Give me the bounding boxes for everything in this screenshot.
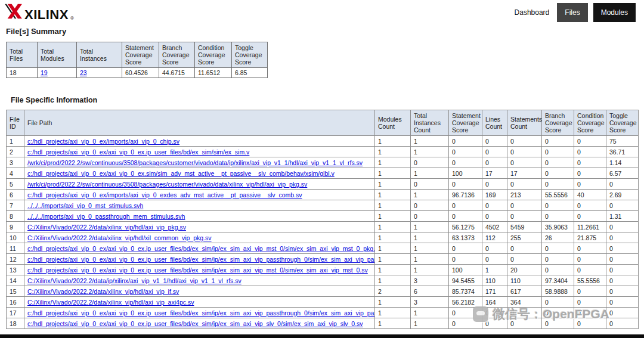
file-path-link[interactable]: C:/Xilinx/Vivado/2022.2/data/xilinx_vip/… bbox=[27, 299, 194, 306]
summary-table: Total Files Total Modules Total Instance… bbox=[6, 42, 268, 78]
file-path-link[interactable]: /wrk/ci/prod/2022.2/sw/continuous/3508/p… bbox=[27, 159, 363, 166]
nav-files[interactable]: Files bbox=[557, 3, 587, 22]
file-path-link[interactable]: c:/hdl_projects/axi_vip_0_ex/imports/axi… bbox=[27, 138, 179, 145]
metric-cell: 0 bbox=[574, 147, 606, 157]
total-instances-link[interactable]: 23 bbox=[80, 69, 87, 76]
metric-cell: 1 bbox=[375, 318, 411, 329]
metric-cell: 0 bbox=[482, 179, 507, 190]
metric-cell: 0 bbox=[574, 254, 606, 265]
metric-cell: 1 bbox=[375, 190, 411, 200]
file-path-link[interactable]: c:/hdl_projects/axi_vip_0_ex/axi_vip_0_e… bbox=[27, 256, 375, 263]
bottom-window-edge bbox=[0, 334, 644, 338]
file-path-link[interactable]: c:/hdl_projects/axi_vip_0_ex/imports/axi… bbox=[27, 191, 302, 199]
nav-dashboard[interactable]: Dashboard bbox=[512, 3, 552, 22]
metric-cell: 0 bbox=[542, 179, 574, 190]
table-row: 11c:/hdl_projects/axi_vip_0_ex/axi_vip_0… bbox=[7, 243, 639, 254]
file-path-link[interactable]: /wrk/ci/prod/2022.2/sw/continuous/3508/p… bbox=[27, 181, 307, 188]
col-modules-count: Modules Count bbox=[375, 110, 411, 136]
metric-cell: 0 bbox=[574, 265, 606, 275]
metric-cell: 0 bbox=[411, 211, 449, 222]
summary-header-row: Total Files Total Modules Total Instance… bbox=[7, 42, 268, 68]
metric-cell: 0 bbox=[574, 168, 606, 179]
col-statements-count: Statements Count bbox=[507, 110, 542, 136]
metric-cell: 75 bbox=[606, 136, 639, 147]
file-path-link[interactable]: c:/hdl_projects/axi_vip_0_ex/axi_vip_0_e… bbox=[27, 148, 249, 156]
file-id-cell: 9 bbox=[7, 222, 24, 232]
registered-mark: ® bbox=[70, 15, 74, 21]
metric-cell: 0 bbox=[574, 308, 606, 318]
col-file-id: File ID bbox=[7, 110, 24, 136]
metric-cell: 0 bbox=[507, 136, 542, 147]
metric-cell: 0 bbox=[542, 168, 574, 179]
metric-cell: 0 bbox=[606, 200, 639, 211]
file-path-link[interactable]: ../../../imports/axi_vip_0_passthrough_m… bbox=[27, 213, 185, 220]
file-path-link[interactable]: C:/Xilinx/Vivado/2022.2/data/xilinx_vip/… bbox=[27, 234, 212, 241]
metric-cell: 56.2182 bbox=[449, 297, 482, 308]
metric-cell: 40 bbox=[574, 190, 606, 200]
file-path-link[interactable]: C:/Xilinx/Vivado/2022.2/data/ip/xilinx/a… bbox=[27, 277, 242, 284]
metric-cell: 1 bbox=[375, 179, 411, 190]
file-id-cell: 15 bbox=[7, 286, 24, 297]
metric-cell: 0 bbox=[449, 243, 482, 254]
summary-header-total-modules: Total Modules bbox=[38, 42, 77, 68]
metric-cell: 85.7374 bbox=[449, 286, 482, 297]
metric-cell: 0 bbox=[574, 157, 606, 168]
metric-cell: 11.2661 bbox=[574, 222, 606, 232]
metric-cell: 0 bbox=[574, 200, 606, 211]
metric-cell: 0 bbox=[542, 308, 574, 318]
metric-cell: 0 bbox=[574, 286, 606, 297]
metric-cell: 1 bbox=[375, 136, 411, 147]
metric-cell: 1 bbox=[411, 147, 449, 157]
total-modules-link[interactable]: 19 bbox=[41, 69, 48, 76]
file-path-link[interactable]: c:/hdl_projects/axi_vip_0_ex/axi_vip_0_e… bbox=[27, 320, 363, 327]
summary-header-branch: Branch Coverage Score bbox=[159, 42, 195, 68]
metric-cell: 0 bbox=[411, 157, 449, 168]
metric-cell: 1 bbox=[375, 308, 411, 318]
table-row: 18c:/hdl_projects/axi_vip_0_ex/axi_vip_0… bbox=[7, 318, 639, 329]
metric-cell: 1 bbox=[411, 243, 449, 254]
metric-cell: 0 bbox=[542, 157, 574, 168]
file-path-link[interactable]: c:/hdl_projects/axi_vip_0_ex/axi_vip_0_e… bbox=[27, 245, 375, 252]
metric-cell: 364 bbox=[507, 297, 542, 308]
metric-cell: 26 bbox=[542, 232, 574, 243]
file-path-cell: c:/hdl_projects/axi_vip_0_ex/axi_vip_0_e… bbox=[24, 254, 375, 265]
metric-cell: 58.9888 bbox=[542, 286, 574, 297]
metric-cell: 0 bbox=[606, 308, 639, 318]
summary-header-toggle: Toggle Coverage Score bbox=[232, 42, 268, 68]
metric-cell: 1 bbox=[411, 265, 449, 275]
file-path-cell: /wrk/ci/prod/2022.2/sw/continuous/3508/p… bbox=[24, 179, 375, 190]
file-path-cell: /wrk/ci/prod/2022.2/sw/continuous/3508/p… bbox=[24, 157, 375, 168]
metric-cell: 0 bbox=[542, 200, 574, 211]
metric-cell: 169 bbox=[482, 190, 507, 200]
table-row: 1c:/hdl_projects/axi_vip_0_ex/imports/ax… bbox=[7, 136, 639, 147]
file-info-title: File Specific Information bbox=[11, 96, 644, 104]
metric-cell: 0 bbox=[574, 318, 606, 329]
col-statement-coverage: Statement Coverage Score bbox=[449, 110, 482, 136]
file-path-link[interactable]: C:/Xilinx/Vivado/2022.2/data/xilinx_vip/… bbox=[27, 288, 179, 295]
metric-cell: 0 bbox=[449, 136, 482, 147]
statement-score-value: 60.4526 bbox=[122, 68, 159, 78]
nav-modules[interactable]: Modules bbox=[593, 3, 636, 22]
file-path-cell: c:/hdl_projects/axi_vip_0_ex/imports/axi… bbox=[24, 190, 375, 200]
file-path-link[interactable]: C:/Xilinx/Vivado/2022.2/data/xilinx_vip/… bbox=[27, 224, 186, 231]
metric-cell: 63.1373 bbox=[449, 232, 482, 243]
file-path-link[interactable]: c:/hdl_projects/axi_vip_0_ex/axi_vip_0_e… bbox=[27, 170, 335, 177]
metric-cell: 1 bbox=[375, 232, 411, 243]
file-path-cell: c:/hdl_projects/axi_vip_0_ex/axi_vip_0_e… bbox=[24, 308, 375, 318]
col-lines-count: Lines Count bbox=[482, 110, 507, 136]
total-modules-cell: 19 bbox=[38, 68, 77, 78]
col-toggle-coverage: Toggle Coverage Score bbox=[606, 110, 639, 136]
file-path-link[interactable]: c:/hdl_projects/axi_vip_0_ex/axi_vip_0_e… bbox=[27, 266, 368, 274]
metric-cell: 0 bbox=[449, 211, 482, 222]
metric-cell: 1 bbox=[411, 136, 449, 147]
metric-cell: 0 bbox=[482, 200, 507, 211]
file-path-link[interactable]: c:/hdl_projects/axi_vip_0_ex/axi_vip_0_e… bbox=[27, 309, 375, 317]
file-table-body: 1c:/hdl_projects/axi_vip_0_ex/imports/ax… bbox=[7, 136, 639, 329]
metric-cell: 0 bbox=[449, 254, 482, 265]
file-id-cell: 4 bbox=[7, 168, 24, 179]
file-path-link[interactable]: ../../../imports/axi_vip_0_mst_stimulus.… bbox=[27, 202, 143, 209]
file-path-cell: c:/hdl_projects/axi_vip_0_ex/axi_vip_0_e… bbox=[24, 318, 375, 329]
file-table: File ID File Path Modules Count Total In… bbox=[6, 110, 639, 329]
metric-cell: 0 bbox=[606, 318, 639, 329]
file-path-cell: C:/Xilinx/Vivado/2022.2/data/xilinx_vip/… bbox=[24, 286, 375, 297]
